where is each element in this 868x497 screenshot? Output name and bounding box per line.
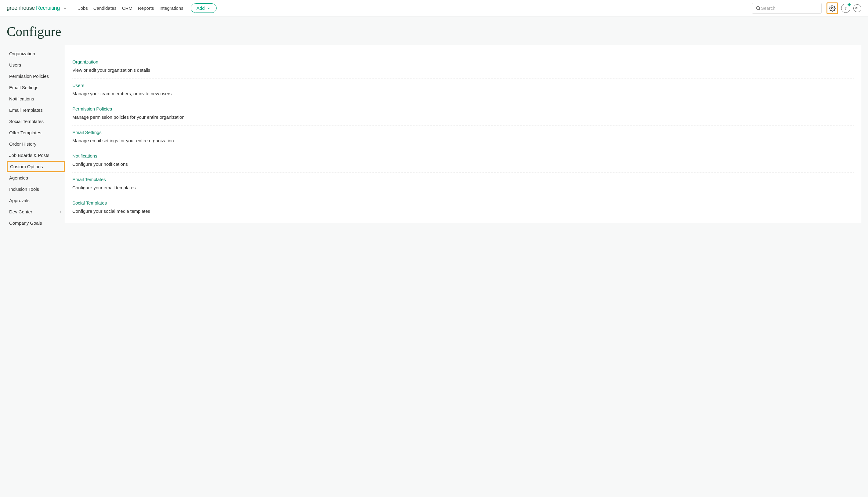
config-row-title-link[interactable]: Social Templates: [72, 200, 107, 205]
sidebar-item-label: Job Boards & Posts: [9, 153, 49, 158]
sidebar-item-label: Email Templates: [9, 108, 43, 113]
sidebar-item-label: Custom Options: [10, 164, 43, 169]
sidebar-item-label: Inclusion Tools: [9, 186, 39, 192]
config-row-title-link[interactable]: Email Templates: [72, 177, 106, 182]
top-nav-bar: greenhouse Recruiting Jobs Candidates CR…: [0, 0, 868, 16]
config-row-organization: OrganizationView or edit your organizati…: [72, 55, 854, 79]
sidebar-item-label: Agencies: [9, 175, 28, 181]
sidebar-item-label: Dev Center: [9, 209, 32, 214]
sidebar-item-label: Order History: [9, 141, 36, 146]
config-row-description: Configure your social media templates: [72, 209, 854, 214]
primary-nav: Jobs Candidates CRM Reports Integrations: [78, 5, 184, 11]
sidebar-item-dev-center[interactable]: Dev Center: [7, 206, 65, 217]
config-row-permission-policies: Permission PoliciesManage permission pol…: [72, 102, 854, 126]
config-row-title-link[interactable]: Organization: [72, 59, 98, 65]
sidebar-item-permission-policies[interactable]: Permission Policies: [7, 71, 65, 82]
sidebar-item-approvals[interactable]: Approvals: [7, 195, 65, 206]
add-button[interactable]: Add: [191, 3, 217, 13]
settings-button-highlight: [826, 2, 838, 14]
config-row-title-link[interactable]: Notifications: [72, 153, 97, 158]
chevron-right-icon: [59, 210, 62, 213]
sidebar-item-label: Offer Templates: [9, 130, 41, 135]
sidebar-item-label: Social Templates: [9, 119, 44, 124]
config-row-notifications: NotificationsConfigure your notification…: [72, 149, 854, 172]
sidebar-item-company-goals[interactable]: Company Goals: [7, 217, 65, 229]
sidebar-item-label: Approvals: [9, 198, 30, 203]
config-row-social-templates: Social TemplatesConfigure your social me…: [72, 196, 854, 219]
config-row-email-settings: Email SettingsManage email settings for …: [72, 126, 854, 149]
sidebar-item-offer-templates[interactable]: Offer Templates: [7, 127, 65, 138]
sidebar-item-email-settings[interactable]: Email Settings: [7, 82, 65, 93]
page-title: Configure: [0, 16, 868, 45]
sidebar-item-organization[interactable]: Organization: [7, 48, 65, 59]
config-row-description: Manage permission policies for your enti…: [72, 114, 854, 120]
nav-candidates[interactable]: Candidates: [93, 5, 117, 11]
config-row-title-link[interactable]: Users: [72, 83, 84, 88]
product-switcher-chevron-icon[interactable]: [63, 6, 67, 10]
search-input[interactable]: [761, 5, 819, 11]
search-icon: [755, 5, 761, 11]
chevron-down-icon: [207, 6, 211, 10]
user-avatar[interactable]: GH: [853, 4, 861, 12]
config-row-email-templates: Email TemplatesConfigure your email temp…: [72, 172, 854, 196]
sidebar-item-label: Permission Policies: [9, 74, 49, 79]
help-icon: [843, 6, 848, 10]
config-row-description: View or edit your organization's details: [72, 68, 854, 73]
svg-line-1: [759, 9, 760, 10]
sidebar-item-users[interactable]: Users: [7, 59, 65, 71]
config-row-description: Configure your email templates: [72, 185, 854, 190]
add-button-label: Add: [197, 5, 205, 11]
sidebar-item-label: Notifications: [9, 96, 34, 101]
notification-badge-icon: [848, 3, 851, 6]
configure-sidebar: OrganizationUsersPermission PoliciesEmai…: [7, 45, 65, 229]
global-search[interactable]: [752, 3, 822, 14]
config-row-title-link[interactable]: Email Settings: [72, 130, 102, 135]
sidebar-item-inclusion-tools[interactable]: Inclusion Tools: [7, 184, 65, 195]
nav-reports[interactable]: Reports: [138, 5, 154, 11]
sidebar-item-label: Email Settings: [9, 85, 39, 90]
sidebar-item-label: Organization: [9, 51, 35, 56]
config-row-title-link[interactable]: Permission Policies: [72, 106, 112, 111]
logo-text-recruiting: Recruiting: [36, 5, 60, 11]
sidebar-item-job-boards-posts[interactable]: Job Boards & Posts: [7, 150, 65, 161]
svg-point-3: [846, 9, 846, 10]
product-logo[interactable]: greenhouse Recruiting: [7, 5, 67, 11]
config-row-description: Manage email settings for your entire or…: [72, 138, 854, 143]
help-button[interactable]: [841, 4, 850, 13]
config-row-description: Manage your team members, or invite new …: [72, 91, 854, 96]
nav-jobs[interactable]: Jobs: [78, 5, 88, 11]
logo-text-greenhouse: greenhouse: [7, 5, 35, 11]
sidebar-item-label: Users: [9, 62, 21, 68]
sidebar-item-custom-options[interactable]: Custom Options: [7, 161, 65, 172]
configure-main-panel: OrganizationView or edit your organizati…: [65, 45, 861, 223]
sidebar-item-notifications[interactable]: Notifications: [7, 93, 65, 104]
svg-point-0: [756, 6, 760, 10]
nav-crm[interactable]: CRM: [122, 5, 132, 11]
nav-integrations[interactable]: Integrations: [159, 5, 183, 11]
config-row-users: UsersManage your team members, or invite…: [72, 79, 854, 102]
config-row-description: Configure your notifications: [72, 161, 854, 167]
gear-icon: [829, 5, 836, 12]
sidebar-item-email-templates[interactable]: Email Templates: [7, 104, 65, 116]
settings-button[interactable]: [828, 4, 837, 13]
sidebar-item-social-templates[interactable]: Social Templates: [7, 116, 65, 127]
sidebar-item-order-history[interactable]: Order History: [7, 138, 65, 150]
sidebar-item-label: Company Goals: [9, 221, 42, 226]
sidebar-item-agencies[interactable]: Agencies: [7, 172, 65, 184]
svg-point-2: [831, 7, 833, 9]
